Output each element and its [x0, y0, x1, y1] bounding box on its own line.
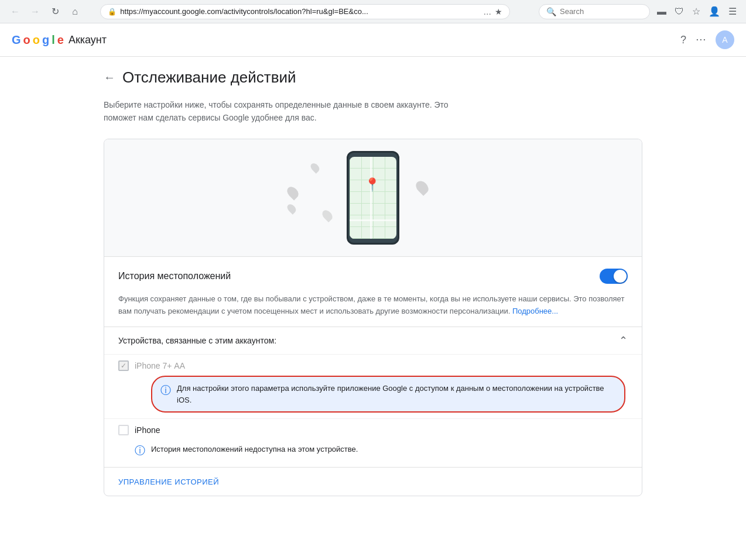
logo-letter-g2: g — [42, 33, 49, 47]
header-right: ? ⋅⋅⋅ A — [680, 30, 734, 49]
more-icon: … — [483, 7, 491, 16]
browser-right: 🔍 ▬ 🛡 ☆ 👤 ☰ — [539, 4, 739, 19]
device-1-info-box: ⓘ Для настройки этого параметра использу… — [151, 376, 625, 413]
page-wrapper: Google Аккаунт ? ⋅⋅⋅ A ← Отслеживание де… — [0, 23, 746, 560]
device-item-1: ✓ iPhone 7+ АА ⓘ Для настройки этого пар… — [104, 354, 642, 418]
star-icon[interactable]: ☆ — [690, 4, 703, 19]
info-icon-1: ⓘ — [160, 383, 171, 397]
manage-link-section: УПРАВЛЕНИЕ ИСТОРИЕЙ — [104, 467, 642, 496]
device-1-checkbox[interactable]: ✓ — [118, 360, 129, 371]
back-button[interactable]: ← — [7, 4, 23, 20]
google-logo: Google Аккаунт — [12, 33, 107, 47]
address-bar[interactable]: 🔒 https://myaccount.google.com/activityc… — [100, 4, 510, 19]
profile-icon[interactable]: 👤 — [706, 4, 723, 19]
location-dot-2 — [309, 162, 321, 174]
device-2-info: ⓘ История местоположений недоступна на э… — [135, 440, 628, 461]
help-icon[interactable]: ? — [680, 34, 686, 46]
shield-icon[interactable]: 🛡 — [672, 4, 686, 19]
extensions-icon[interactable]: ▬ — [655, 4, 669, 19]
map-pin: 📍 — [364, 177, 380, 193]
nav-buttons: ← → ↻ ⌂ — [7, 4, 83, 20]
logo-letter-l: l — [52, 33, 55, 47]
lock-icon: 🔒 — [108, 8, 117, 16]
logo-letter-o2: o — [33, 33, 40, 47]
device-2-row: iPhone — [118, 425, 628, 435]
search-bar[interactable]: 🔍 — [539, 4, 650, 19]
location-history-title: История местоположений — [118, 271, 231, 281]
devices-header: Устройства, связанные с этим аккаунтом: … — [104, 327, 642, 354]
location-dot-4 — [286, 202, 298, 215]
location-dot-5 — [320, 208, 334, 222]
device-2-info-text: История местоположений недоступна на это… — [151, 444, 358, 455]
back-arrow[interactable]: ← — [104, 71, 115, 84]
device-1-name: iPhone 7+ АА — [135, 361, 185, 370]
browser-icons: ▬ 🛡 ☆ 👤 ☰ — [655, 4, 739, 19]
device-1-info-text: Для настройки этого параметра используйт… — [177, 383, 616, 406]
location-dot-3 — [413, 178, 431, 196]
location-description: Функция сохраняет данные о том, где вы п… — [104, 293, 642, 327]
page-title-row: ← Отслеживание действий — [104, 68, 642, 87]
refresh-button[interactable]: ↻ — [47, 4, 63, 20]
phone-frame: 📍 — [347, 151, 399, 245]
search-input[interactable] — [560, 7, 642, 16]
location-history-section: История местоположений — [104, 256, 642, 293]
phone-illustration: 📍 — [347, 151, 399, 245]
avatar[interactable]: A — [716, 30, 734, 49]
device-2-name: iPhone — [135, 425, 160, 435]
logo-letter-e: e — [57, 33, 64, 47]
device-1-info-wrapper: ⓘ Для настройки этого параметра использу… — [135, 376, 628, 413]
bookmark-icon: ★ — [495, 7, 502, 16]
devices-title: Устройства, связанные с этим аккаунтом: — [118, 336, 276, 345]
location-dot-1 — [285, 184, 301, 200]
main-content: ← Отслеживание действий Выберите настрой… — [80, 57, 666, 508]
chevron-up-icon[interactable]: ⌃ — [619, 334, 628, 347]
map-grid — [350, 157, 396, 239]
page-title: Отслеживание действий — [122, 68, 296, 87]
page-subtitle: Выберите настройки ниже, чтобы сохранять… — [104, 98, 455, 125]
location-history-card: 📍 История местоположений — [104, 139, 642, 497]
logo-letter-g: G — [12, 33, 21, 47]
device-1-row: ✓ iPhone 7+ АА — [118, 360, 628, 371]
page-header: Google Аккаунт ? ⋅⋅⋅ A — [0, 23, 746, 57]
device-item-2: iPhone ⓘ История местоположений недоступ… — [104, 418, 642, 467]
browser-chrome: ← → ↻ ⌂ 🔒 https://myaccount.google.com/a… — [0, 0, 746, 23]
menu-icon[interactable]: ☰ — [726, 4, 739, 19]
device-2-checkbox[interactable] — [118, 425, 129, 435]
road-v — [370, 157, 372, 239]
illustration-area: 📍 — [104, 139, 642, 256]
toggle-thumb — [614, 270, 627, 283]
apps-icon[interactable]: ⋅⋅⋅ — [696, 33, 706, 46]
forward-button[interactable]: → — [27, 4, 43, 20]
road-h — [350, 219, 396, 221]
toggle-track — [600, 269, 628, 284]
home-button[interactable]: ⌂ — [67, 4, 83, 20]
learn-more-link[interactable]: Подробнее... — [512, 307, 558, 315]
info-icon-2: ⓘ — [135, 444, 145, 458]
url-text: https://myaccount.google.com/activitycon… — [120, 7, 480, 16]
logo-letter-o1: o — [23, 33, 30, 47]
logo-suffix: Аккаунт — [69, 34, 107, 46]
phone-screen: 📍 — [350, 157, 396, 239]
location-history-toggle[interactable] — [600, 269, 628, 284]
search-icon: 🔍 — [546, 7, 556, 16]
manage-history-link[interactable]: УПРАВЛЕНИЕ ИСТОРИЕЙ — [118, 477, 219, 486]
